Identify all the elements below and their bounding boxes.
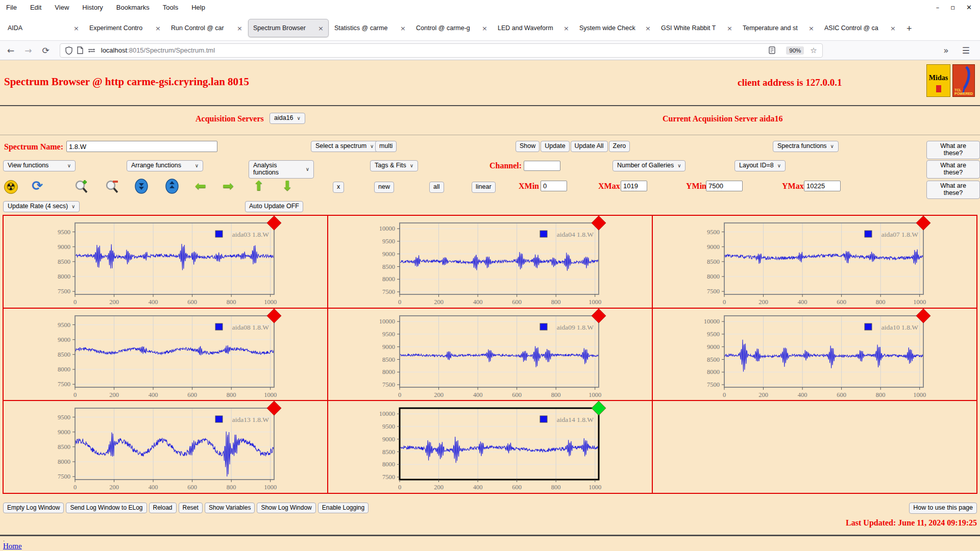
auto-update-button[interactable]: Auto Update OFF xyxy=(245,201,303,212)
empty-log-window-button[interactable]: Empty Log Window xyxy=(3,503,64,513)
forward-icon[interactable]: → xyxy=(24,45,32,56)
plot-cell-aida14[interactable]: 7500800085009000950010000020040060080010… xyxy=(328,401,652,493)
update-rate-dropdown[interactable]: Update Rate (4 secs)∨ xyxy=(3,201,80,212)
channel-input[interactable] xyxy=(524,161,560,171)
tab-control-carme-g[interactable]: Control @ carme-g× xyxy=(411,19,492,37)
new-button[interactable]: new xyxy=(374,182,394,193)
zoom-out-icon[interactable] xyxy=(104,179,119,194)
tab-system-wide-check[interactable]: System wide Check× xyxy=(575,19,655,37)
pan-up-icon[interactable]: ⬆ xyxy=(251,178,266,193)
menu-view[interactable]: View xyxy=(55,4,69,11)
maximize-icon[interactable]: ▫ xyxy=(950,4,955,11)
plot-cell-aida10[interactable]: 7500800085009000950010000020040060080010… xyxy=(653,309,976,400)
arrange-functions-dropdown[interactable]: Arrange functions∨ xyxy=(127,160,203,171)
plot-cell-aida08[interactable]: 7500800085009000950002004006008001000aid… xyxy=(4,309,327,400)
tab-close-icon[interactable]: × xyxy=(74,24,79,32)
all-button[interactable]: all xyxy=(429,182,444,193)
tab-close-icon[interactable]: × xyxy=(808,24,814,32)
layout-id-dropdown[interactable]: Layout ID=8∨ xyxy=(734,160,786,171)
tab-gsi-white-rabbit-t[interactable]: GSI White Rabbit T× xyxy=(656,19,737,37)
shield-icon[interactable] xyxy=(65,46,72,55)
show-button[interactable]: Show xyxy=(516,141,540,152)
acquisition-server-select[interactable]: aida16∨ xyxy=(270,113,305,124)
plot-cell-aida09[interactable]: 7500800085009000950010000020040060080010… xyxy=(328,309,652,400)
tab-close-icon[interactable]: × xyxy=(645,24,651,32)
update-all-button[interactable]: Update All xyxy=(571,141,608,152)
tab-led-and-waveform[interactable]: LED and Waveform× xyxy=(493,19,574,37)
update-button[interactable]: Update xyxy=(541,141,569,152)
show-log-window-button[interactable]: Show Log Window xyxy=(257,503,315,513)
refresh-icon[interactable]: ⟳ xyxy=(30,178,45,193)
zero-button[interactable]: Zero xyxy=(609,141,630,152)
analysis-functions-dropdown[interactable]: Analysis functions∨ xyxy=(249,160,314,179)
back-icon[interactable]: ← xyxy=(7,45,14,56)
select-spectrum-dropdown[interactable]: Select a spectrum∨ xyxy=(311,141,378,152)
pan-right-icon[interactable]: ➡ xyxy=(220,178,236,193)
tab-asic-control-ca[interactable]: ASIC Control @ ca× xyxy=(820,19,900,37)
url-text[interactable]: localhost:8015/Spectrum/Spectrum.tml xyxy=(101,46,215,54)
tab-close-icon[interactable]: × xyxy=(482,24,487,32)
spectrum-name-input[interactable] xyxy=(66,141,217,152)
tab-close-icon[interactable]: × xyxy=(318,24,324,32)
pan-left-icon[interactable]: ⬅ xyxy=(193,178,208,193)
tab-close-icon[interactable]: × xyxy=(727,24,732,32)
xmin-input[interactable] xyxy=(541,181,567,191)
multi-button[interactable]: multi xyxy=(375,141,397,152)
menu-tools[interactable]: Tools xyxy=(163,4,178,11)
ymax-input[interactable] xyxy=(804,181,841,191)
reload-button[interactable]: Reload xyxy=(149,503,177,513)
tags-fits-dropdown[interactable]: Tags & Fits∨ xyxy=(370,160,418,171)
tab-close-icon[interactable]: × xyxy=(237,24,242,32)
tab-experiment-contro[interactable]: Experiment Contro× xyxy=(85,19,165,37)
tab-spectrum-browser[interactable]: Spectrum Browser× xyxy=(248,19,329,37)
menu-edit[interactable]: Edit xyxy=(30,4,41,11)
spectra-functions-dropdown[interactable]: Spectra functions∨ xyxy=(773,141,839,152)
tab-close-icon[interactable]: × xyxy=(890,24,896,32)
show-variables-button[interactable]: Show Variables xyxy=(205,503,255,513)
tab-close-icon[interactable]: × xyxy=(155,24,161,32)
what-are-these-button-3[interactable]: What are these? xyxy=(926,181,980,199)
minimize-icon[interactable]: – xyxy=(936,4,940,11)
plot-cell-aida07[interactable]: 7500800085009000950002004006008001000aid… xyxy=(653,216,976,308)
toolbar-overflow-icon[interactable]: » xyxy=(943,45,948,56)
pan-down-icon[interactable]: ⬇ xyxy=(280,178,295,193)
permissions-icon[interactable] xyxy=(88,47,95,54)
send-log-window-to-elog-button[interactable]: Send Log Window to ELog xyxy=(66,503,146,513)
tab-temperature-and-st[interactable]: Temperature and st× xyxy=(738,19,819,37)
url-bar[interactable]: localhost:8015/Spectrum/Spectrum.tml 90%… xyxy=(60,43,823,58)
menu-history[interactable]: History xyxy=(82,4,103,11)
reload-icon[interactable]: ⟳ xyxy=(42,45,50,56)
linear-button[interactable]: linear xyxy=(472,182,496,193)
enable-logging-button[interactable]: Enable Logging xyxy=(318,503,369,513)
tab-statistics-carme[interactable]: Statistics @ carme× xyxy=(330,19,410,37)
zoom-level-badge[interactable]: 90% xyxy=(786,46,804,55)
reset-button[interactable]: Reset xyxy=(179,503,203,513)
tab-close-icon[interactable]: × xyxy=(564,24,569,32)
how-to-use-button[interactable]: How to use this page xyxy=(909,503,977,514)
tab-close-icon[interactable]: × xyxy=(400,24,406,32)
zoom-in-icon[interactable] xyxy=(74,179,89,194)
collapse-y-icon[interactable] xyxy=(134,179,149,194)
reader-mode-icon[interactable] xyxy=(769,46,775,54)
bookmark-star-icon[interactable]: ☆ xyxy=(810,46,817,55)
xmax-input[interactable] xyxy=(621,181,647,191)
number-of-galleries-dropdown[interactable]: Number of Galleries∨ xyxy=(612,160,685,171)
ymin-input[interactable] xyxy=(706,181,743,191)
new-tab-button[interactable]: + xyxy=(906,23,912,34)
plot-cell-aida04[interactable]: 7500800085009000950010000020040060080010… xyxy=(328,216,652,308)
menu-file[interactable]: File xyxy=(6,4,17,11)
radiation-icon[interactable]: ☢ xyxy=(3,179,18,194)
tab-aida[interactable]: AIDA× xyxy=(3,19,84,37)
app-menu-icon[interactable]: ☰ xyxy=(962,45,970,56)
plot-cell-aida13[interactable]: 7500800085009000950002004006008001000aid… xyxy=(4,401,327,493)
tab-run-control-car[interactable]: Run Control @ car× xyxy=(166,19,247,37)
what-are-these-button-1[interactable]: What are these? xyxy=(926,141,980,159)
x-axis-button[interactable]: x xyxy=(333,182,344,193)
page-info-icon[interactable] xyxy=(77,46,83,54)
what-are-these-button-2[interactable]: What are these? xyxy=(926,160,980,179)
home-link[interactable]: Home xyxy=(3,542,22,550)
close-icon[interactable]: ✕ xyxy=(966,4,972,11)
menu-help[interactable]: Help xyxy=(191,4,205,11)
menu-bookmarks[interactable]: Bookmarks xyxy=(116,4,150,11)
expand-y-icon[interactable] xyxy=(164,179,180,194)
